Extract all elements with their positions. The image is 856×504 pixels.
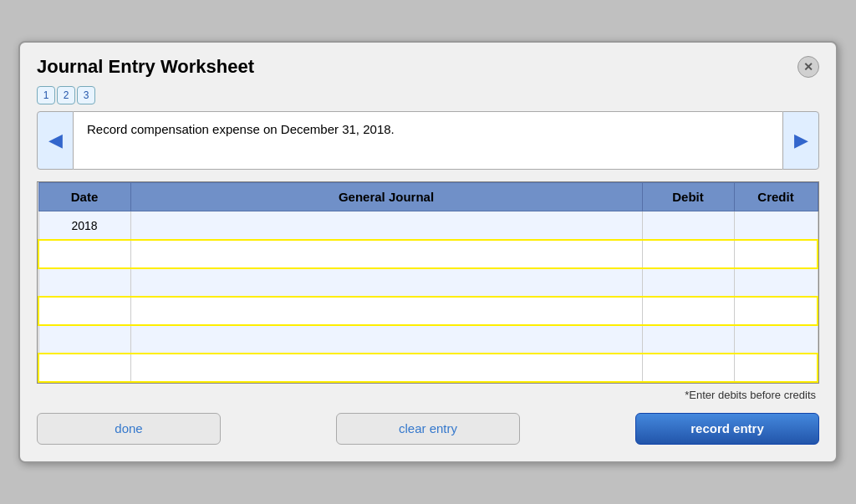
date-cell-4[interactable] <box>38 297 130 325</box>
date-cell: 2018 <box>38 211 130 240</box>
journal-input-5[interactable] <box>131 326 642 353</box>
col-header-credit: Credit <box>734 183 818 211</box>
credit-cell-3[interactable] <box>734 268 818 297</box>
journal-cell-5[interactable] <box>130 325 642 354</box>
debit-cell-6[interactable] <box>642 354 734 382</box>
page-btn-2[interactable]: 2 <box>57 86 75 104</box>
date-input-6[interactable] <box>39 354 130 381</box>
instruction-row: ◀ Record compensation expense on Decembe… <box>37 111 819 170</box>
debit-input-3[interactable] <box>643 269 734 296</box>
debit-cell-2[interactable] <box>642 240 734 268</box>
journal-table: Date General Journal Debit Credit 2018 <box>38 182 818 383</box>
dialog-header: Journal Entry Worksheet ✕ <box>37 56 819 78</box>
credit-cell-2[interactable] <box>734 240 818 268</box>
done-button[interactable]: done <box>37 413 221 445</box>
debit-input-5[interactable] <box>643 326 734 353</box>
table-row <box>38 354 818 382</box>
journal-cell-6[interactable] <box>130 354 642 382</box>
col-header-date: Date <box>38 183 130 211</box>
credit-cell-5[interactable] <box>734 325 818 354</box>
journal-input-4[interactable] <box>131 298 642 324</box>
credit-input-4[interactable] <box>735 298 818 324</box>
credit-input-2[interactable] <box>735 241 818 267</box>
close-button[interactable]: ✕ <box>797 56 819 78</box>
credit-cell-6[interactable] <box>734 354 818 382</box>
table-row <box>38 268 818 297</box>
pagination: 123 <box>37 86 819 104</box>
credit-input-6[interactable] <box>735 354 818 381</box>
debit-input-6[interactable] <box>643 354 734 381</box>
date-input-3[interactable] <box>39 269 130 296</box>
page-btn-3[interactable]: 3 <box>77 86 95 104</box>
next-arrow[interactable]: ▶ <box>782 111 819 170</box>
credit-input-1[interactable] <box>735 211 818 239</box>
date-cell-3[interactable] <box>38 268 130 297</box>
credit-input-5[interactable] <box>735 326 818 353</box>
journal-input-1[interactable] <box>131 211 642 239</box>
debit-input-2[interactable] <box>643 241 734 267</box>
debit-cell-3[interactable] <box>642 268 734 297</box>
debit-cell-5[interactable] <box>642 325 734 354</box>
journal-table-wrapper: Date General Journal Debit Credit 2018 <box>37 181 819 384</box>
date-input-5[interactable] <box>39 326 130 353</box>
debit-input-4[interactable] <box>643 298 734 324</box>
journal-input-2[interactable] <box>131 241 642 267</box>
date-cell-5[interactable] <box>38 325 130 354</box>
date-cell-2[interactable] <box>38 240 130 268</box>
instruction-text: Record compensation expense on December … <box>74 111 782 170</box>
credit-cell-4[interactable] <box>734 297 818 325</box>
date-input-2[interactable] <box>39 241 130 267</box>
credit-cell[interactable] <box>734 211 818 240</box>
table-row: 2018 <box>38 211 818 240</box>
debit-input-1[interactable] <box>643 211 734 239</box>
credit-input-3[interactable] <box>735 269 818 296</box>
hint-text: *Enter debits before credits <box>37 389 819 401</box>
dialog-title: Journal Entry Worksheet <box>37 56 254 78</box>
journal-entry-dialog: Journal Entry Worksheet ✕ 123 ◀ Record c… <box>18 41 838 463</box>
date-cell-6[interactable] <box>38 354 130 382</box>
debit-cell-4[interactable] <box>642 297 734 325</box>
journal-input-3[interactable] <box>131 269 642 296</box>
table-row <box>38 297 818 325</box>
buttons-row: done clear entry record entry <box>37 413 819 445</box>
journal-cell-4[interactable] <box>130 297 642 325</box>
journal-cell-2[interactable] <box>130 240 642 268</box>
debit-cell[interactable] <box>642 211 734 240</box>
clear-entry-button[interactable]: clear entry <box>336 413 520 445</box>
record-entry-button[interactable]: record entry <box>635 413 819 445</box>
date-input-4[interactable] <box>39 298 130 324</box>
page-btn-1[interactable]: 1 <box>37 86 55 104</box>
journal-input-6[interactable] <box>131 354 642 381</box>
prev-arrow[interactable]: ◀ <box>37 111 74 170</box>
journal-cell[interactable] <box>130 211 642 240</box>
table-row <box>38 325 818 354</box>
col-header-debit: Debit <box>642 183 734 211</box>
journal-cell-3[interactable] <box>130 268 642 297</box>
table-row <box>38 240 818 268</box>
col-header-journal: General Journal <box>130 183 642 211</box>
